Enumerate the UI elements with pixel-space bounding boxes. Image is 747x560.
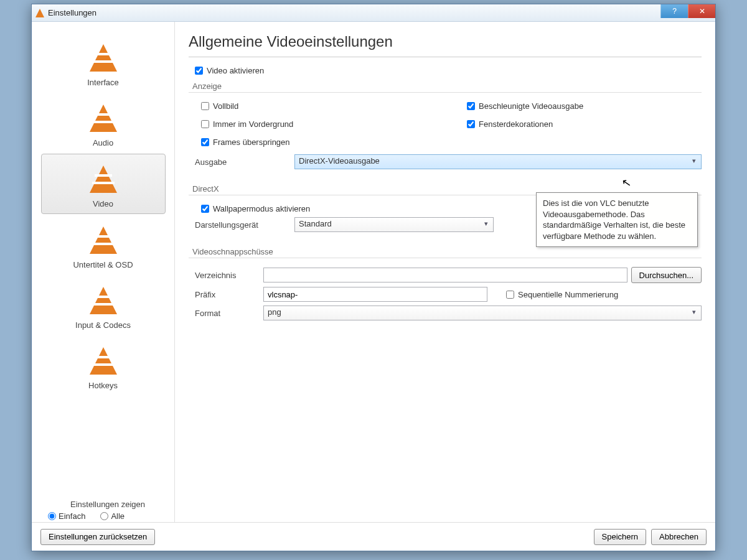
dialog-footer: Einstellungen zurücksetzen Speichern Abb…: [32, 522, 715, 551]
cone-icon: [90, 44, 117, 72]
sidebar-item-label: Video: [44, 199, 162, 208]
fullscreen-label: Vollbild: [213, 101, 238, 111]
output-label: Ausgabe: [195, 157, 294, 167]
sequential-numbering-label: Sequentielle Nummerierung: [518, 290, 618, 299]
sidebar-item-label: Input & Codecs: [44, 320, 163, 330]
cone-icon: [90, 105, 117, 132]
category-sidebar: Interface Audio Video Untertitel & OSD I…: [32, 22, 175, 522]
show-settings-label: Einstellungen zeigen: [39, 500, 176, 509]
display-group: Anzeige Vollbild Beschleunigte Videoausg…: [189, 79, 702, 175]
window-decorations-checkbox[interactable]: [467, 120, 475, 128]
cone-icon: [90, 287, 117, 314]
close-button[interactable]: ✕: [688, 4, 715, 18]
preferences-window: Einstellungen ? ✕ Interface Audio Video …: [31, 4, 716, 551]
vlc-cone-icon: [35, 9, 44, 17]
cancel-button[interactable]: Abbrechen: [651, 529, 707, 545]
sidebar-item-label: Hotkeys: [44, 381, 163, 390]
enable-video-checkbox[interactable]: [195, 67, 203, 75]
all-radio-label[interactable]: Alle: [100, 511, 125, 521]
cursor-icon: ↖: [621, 175, 632, 190]
sequential-numbering-checkbox[interactable]: [506, 291, 514, 299]
save-button[interactable]: Speichern: [594, 529, 647, 545]
simple-radio[interactable]: [48, 512, 56, 520]
accelerated-output-checkbox[interactable]: [467, 102, 475, 110]
display-device-select[interactable]: Standard: [294, 217, 494, 232]
help-button[interactable]: ?: [660, 4, 688, 18]
sidebar-item-hotkeys[interactable]: Hotkeys: [41, 336, 166, 395]
sidebar-item-video[interactable]: Video: [41, 154, 166, 214]
snapshots-group: Videoschnappschüsse Verzeichnis Durchsuc…: [189, 245, 702, 327]
prefix-input[interactable]: [263, 287, 487, 302]
sidebar-item-subtitles-osd[interactable]: Untertitel & OSD: [41, 215, 166, 274]
output-select-value: DirectX-Videoausgabe: [299, 156, 380, 166]
skip-frames-checkbox[interactable]: [201, 138, 209, 146]
display-group-title: Anzeige: [189, 79, 702, 92]
sidebar-item-label: Audio: [44, 138, 163, 147]
simple-radio-label[interactable]: Einfach: [48, 511, 85, 521]
page-title: Allgemeine Videoeinstellungen: [189, 33, 702, 57]
display-device-value: Standard: [299, 219, 332, 228]
window-title: Einstellungen: [48, 8, 96, 17]
sidebar-item-audio[interactable]: Audio: [41, 93, 166, 152]
reset-button[interactable]: Einstellungen zurücksetzen: [40, 529, 155, 545]
browse-button[interactable]: Durchsuchen...: [631, 267, 702, 283]
cone-icon: [90, 226, 117, 254]
cone-icon: [90, 347, 117, 375]
always-on-top-checkbox[interactable]: [201, 120, 209, 128]
prefix-label: Präfix: [195, 290, 263, 299]
sidebar-item-label: Untertitel & OSD: [44, 260, 163, 269]
show-settings-panel: Einstellungen zeigen Einfach Alle: [39, 500, 176, 521]
titlebar: Einstellungen ? ✕: [32, 4, 715, 22]
output-tooltip: Dies ist die von VLC benutzte Videoausga…: [536, 192, 698, 247]
sidebar-item-input-codecs[interactable]: Input & Codecs: [41, 276, 166, 335]
sidebar-item-interface[interactable]: Interface: [41, 33, 166, 92]
all-radio[interactable]: [100, 512, 108, 520]
directory-input[interactable]: [263, 268, 627, 282]
format-label: Format: [195, 309, 263, 318]
wallpaper-mode-label: Wallpapermodus aktivieren: [213, 204, 310, 213]
format-select[interactable]: png: [263, 306, 702, 320]
main-panel: Allgemeine Videoeinstellungen Video akti…: [175, 22, 715, 522]
directory-label: Verzeichnis: [195, 271, 263, 280]
format-select-value: png: [268, 307, 281, 317]
accelerated-output-label: Beschleunigte Videoausgabe: [479, 101, 583, 111]
cone-icon: [90, 166, 117, 193]
wallpaper-mode-checkbox[interactable]: [201, 205, 209, 213]
enable-video-label: Video aktivieren: [207, 66, 264, 75]
sidebar-item-label: Interface: [44, 78, 163, 87]
always-on-top-label: Immer im Vordergrund: [213, 119, 293, 129]
skip-frames-label: Frames überspringen: [213, 138, 290, 147]
fullscreen-checkbox[interactable]: [201, 102, 209, 110]
display-device-label: Darstellungsgerät: [195, 220, 294, 230]
window-decorations-label: Fensterdekorationen: [479, 119, 553, 129]
output-select[interactable]: DirectX-Videoausgabe: [294, 154, 702, 169]
